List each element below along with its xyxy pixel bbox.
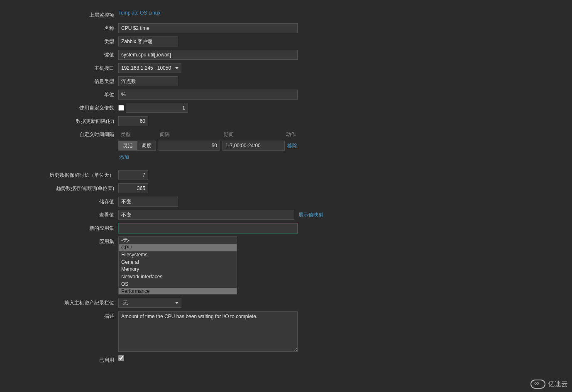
col-type: 类型 (118, 131, 157, 138)
multiplier-checkbox[interactable] (118, 105, 124, 111)
label-applications: 应用集 (0, 236, 118, 245)
host-inventory-value: -无- (121, 299, 130, 307)
label-show-value: 查看值 (0, 209, 118, 219)
update-interval-input[interactable] (118, 116, 148, 126)
col-action: 动作 (286, 131, 303, 138)
key-input[interactable] (118, 50, 298, 60)
multiplier-input[interactable] (126, 103, 188, 113)
label-host-inventory: 填入主机资产纪录栏位 (0, 297, 118, 307)
col-period: 期间 (221, 131, 286, 138)
label-new-app: 新的应用集 (0, 222, 118, 232)
description-textarea[interactable] (118, 311, 298, 352)
label-units: 单位 (0, 89, 118, 98)
store-value-select[interactable]: 不变 (118, 197, 178, 207)
custom-intervals-table: 类型 间隔 期间 动作 灵活 调度 移除 添加 (118, 129, 303, 161)
store-value: 不变 (121, 198, 131, 205)
label-info-type: 信息类型 (0, 75, 118, 85)
application-option[interactable]: Filesystems (119, 251, 237, 259)
host-inventory-select[interactable]: -无- (118, 298, 181, 308)
chevron-down-icon (175, 302, 178, 304)
label-type: 类型 (0, 36, 118, 45)
cloud-icon (530, 380, 545, 389)
label-custom-intervals: 自定义时间间隔 (0, 129, 118, 138)
trends-input[interactable] (118, 183, 148, 193)
label-name: 名称 (0, 22, 118, 32)
type-select[interactable]: Zabbix 客户端 (118, 37, 178, 46)
units-input[interactable] (118, 90, 298, 100)
watermark-text: 亿速云 (548, 380, 568, 389)
interval-row: 灵活 调度 移除 (118, 141, 303, 151)
host-interface-value: 192.168.1.245 : 10050 (121, 65, 171, 71)
application-option[interactable]: Network interfaces (119, 273, 237, 281)
enabled-checkbox[interactable] (118, 355, 124, 361)
show-value-mappings-link[interactable]: 展示值映射 (298, 212, 323, 219)
interval-period-input[interactable] (222, 141, 285, 151)
parent-template-link[interactable]: Template OS Linux (118, 10, 160, 16)
host-interface-select[interactable]: 192.168.1.245 : 10050 (118, 63, 181, 73)
toggle-scheduling[interactable]: 调度 (137, 141, 156, 151)
add-interval-link[interactable]: 添加 (118, 152, 303, 161)
info-type-value: 浮点数 (121, 78, 136, 85)
application-option[interactable]: -无- (119, 237, 237, 244)
toggle-flexible[interactable]: 灵活 (118, 141, 137, 151)
new-application-input[interactable] (118, 223, 298, 233)
label-host-interface: 主机接口 (0, 62, 118, 72)
label-update-interval: 数据更新间隔(秒) (0, 115, 118, 125)
application-option[interactable]: OS (119, 281, 237, 288)
label-parent: 上层监控项 (0, 9, 118, 19)
application-option[interactable]: Performance (119, 288, 237, 295)
type-value: Zabbix 客户端 (121, 38, 152, 45)
application-option[interactable]: Memory (119, 266, 237, 273)
label-key: 键值 (0, 49, 118, 58)
label-history: 历史数据保留时长（单位天） (0, 169, 118, 179)
label-trends: 趋势数据存储周期(单位天) (0, 183, 118, 192)
info-type-select[interactable]: 浮点数 (118, 76, 178, 86)
label-enabled: 已启用 (0, 354, 118, 364)
label-store-value: 储存值 (0, 196, 118, 205)
application-option[interactable]: General (119, 259, 237, 266)
show-value: 不变 (121, 212, 131, 219)
col-interval: 间隔 (157, 131, 221, 138)
applications-listbox[interactable]: -无-CPUFilesystemsGeneralMemoryNetwork in… (118, 236, 237, 295)
label-multiplier: 使用自定义倍数 (0, 102, 118, 112)
show-value-select[interactable]: 不变 (118, 210, 294, 220)
application-option[interactable]: CPU (119, 244, 237, 252)
remove-interval-link[interactable]: 移除 (287, 142, 297, 149)
item-form: 上层监控项 Template OS Linux 名称 类型 Zabbix 客户端… (0, 0, 572, 365)
name-input[interactable] (118, 23, 298, 33)
intervals-header: 类型 间隔 期间 动作 (118, 129, 303, 141)
interval-value-input[interactable] (159, 141, 220, 151)
watermark: 亿速云 (530, 380, 568, 389)
chevron-down-icon (175, 67, 178, 69)
history-input[interactable] (118, 170, 148, 180)
label-description: 描述 (0, 310, 118, 320)
interval-type-toggle: 灵活 调度 (118, 141, 156, 151)
